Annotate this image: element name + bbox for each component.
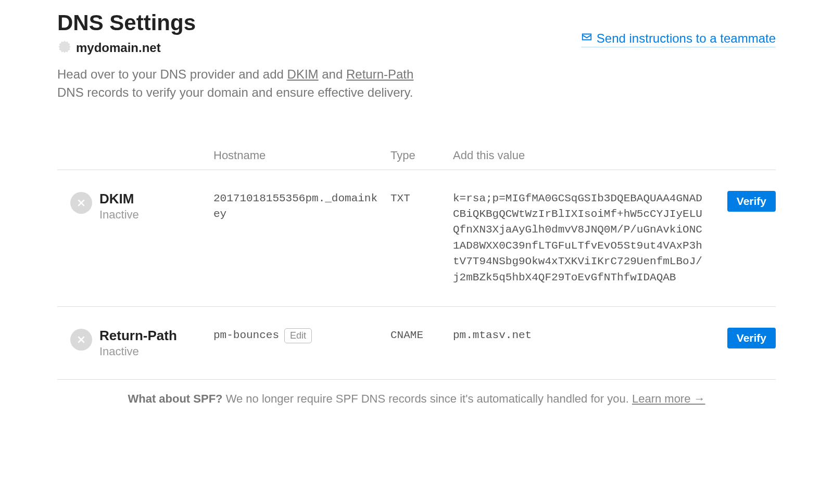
col-hostname: Hostname: [213, 149, 390, 162]
verify-button[interactable]: Verify: [727, 328, 776, 348]
page-title: DNS Settings: [57, 10, 196, 35]
send-instructions-label: Send instructions to a teammate: [597, 31, 776, 46]
col-value: Add this value: [453, 149, 713, 162]
record-type: CNAME: [390, 328, 453, 343]
intro-text: Head over to your DNS provider and add D…: [57, 66, 443, 102]
record-hostname: pm-bounces: [213, 328, 279, 343]
record-value: pm.mtasv.net: [453, 328, 713, 343]
dkim-link[interactable]: DKIM: [287, 67, 319, 81]
record-type: TXT: [390, 191, 453, 206]
record-hostname: 20171018155356pm._domainkey: [213, 191, 390, 223]
edit-button[interactable]: Edit: [284, 328, 312, 343]
verify-button[interactable]: Verify: [727, 191, 776, 212]
record-name: DKIM: [99, 191, 139, 207]
status-inactive-icon: [70, 329, 92, 351]
send-instructions-link[interactable]: Send instructions to a teammate: [581, 31, 776, 47]
domain-badge-icon: [57, 40, 72, 56]
status-inactive-icon: [70, 192, 92, 214]
domain-name: mydomain.net: [76, 41, 161, 55]
envelope-icon: [581, 31, 592, 46]
table-row: DKIM Inactive 20171018155356pm._domainke…: [57, 170, 776, 307]
record-name: Return-Path: [99, 328, 177, 344]
record-status: Inactive: [99, 345, 177, 358]
record-status: Inactive: [99, 208, 139, 222]
return-path-link[interactable]: Return-Path: [346, 67, 413, 81]
record-value: k=rsa;p=MIGfMA0GCSqGSIb3DQEBAQUAA4GNADCB…: [453, 191, 713, 286]
col-type: Type: [390, 149, 453, 162]
learn-more-link[interactable]: Learn more →: [632, 392, 705, 405]
spf-note: What about SPF? We no longer require SPF…: [57, 380, 776, 406]
dns-records-table: Hostname Type Add this value DKIM Inacti…: [57, 144, 776, 380]
table-row: Return-Path Inactive pm-bounces Edit CNA…: [57, 307, 776, 380]
